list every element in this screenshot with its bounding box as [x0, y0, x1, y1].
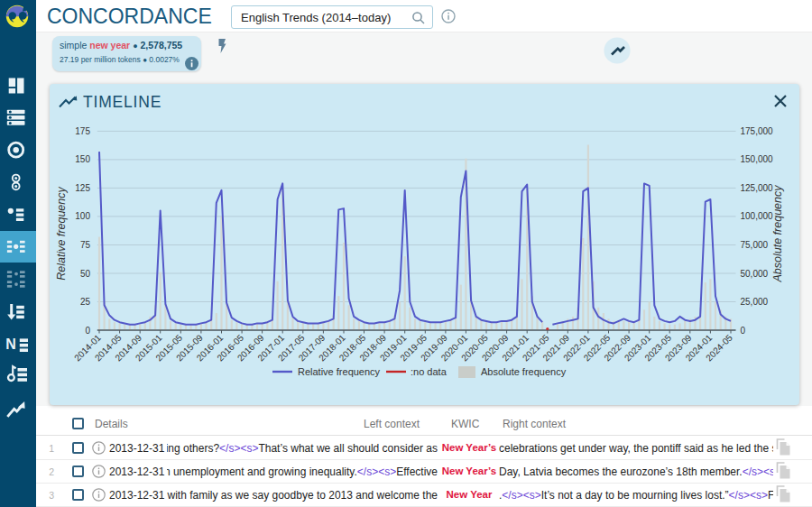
svg-text:75,000: 75,000 — [741, 240, 769, 250]
svg-text:150: 150 — [75, 154, 90, 164]
svg-text:0: 0 — [741, 326, 746, 336]
svg-text:100: 100 — [75, 211, 90, 221]
svg-text:175: 175 — [75, 126, 90, 136]
svg-text::no data: :no data — [411, 366, 448, 377]
svg-text:125: 125 — [75, 183, 90, 193]
svg-text:Absolute frequency: Absolute frequency — [481, 366, 567, 377]
svg-text:50: 50 — [80, 269, 91, 279]
svg-text:0: 0 — [85, 326, 90, 336]
svg-text:25: 25 — [80, 297, 91, 307]
svg-text:Absolute frequency: Absolute frequency — [771, 185, 784, 283]
svg-text:25,000: 25,000 — [741, 297, 769, 307]
svg-text:Relative frequency: Relative frequency — [298, 366, 381, 377]
svg-text:Relative frequency: Relative frequency — [55, 186, 68, 280]
svg-text:75: 75 — [80, 240, 91, 250]
svg-text:N: N — [5, 336, 16, 352]
svg-text:125,000: 125,000 — [741, 183, 774, 193]
svg-text:100,000: 100,000 — [741, 211, 774, 221]
svg-text:150,000: 150,000 — [741, 154, 774, 164]
svg-text:50,000: 50,000 — [741, 269, 769, 279]
svg-text:175,000: 175,000 — [741, 126, 774, 136]
